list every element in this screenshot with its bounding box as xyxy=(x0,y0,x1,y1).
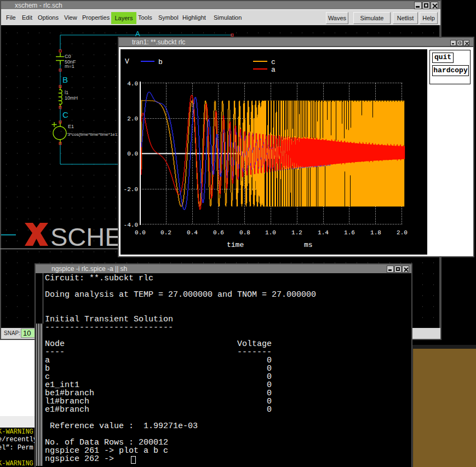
svg-text:4.0: 4.0 xyxy=(127,80,138,87)
svg-text:-2.0: -2.0 xyxy=(124,186,138,193)
svg-text:2.0: 2.0 xyxy=(127,116,138,122)
svg-text:ms: ms xyxy=(304,241,313,249)
svg-text:1.8: 1.8 xyxy=(370,229,381,236)
svg-text:1.4: 1.4 xyxy=(318,229,329,236)
svg-text:0.2: 0.2 xyxy=(160,229,171,236)
svg-text:time: time xyxy=(227,241,244,249)
svg-text:0.8: 0.8 xyxy=(239,229,250,236)
svg-text:1.6: 1.6 xyxy=(344,229,355,236)
svg-text:0.0: 0.0 xyxy=(127,151,138,157)
svg-text:1.2: 1.2 xyxy=(291,229,302,236)
svg-text:0.0: 0.0 xyxy=(135,229,146,236)
svg-text:c: c xyxy=(271,58,276,66)
svg-text:V: V xyxy=(125,57,129,66)
svg-text:1.0: 1.0 xyxy=(265,229,276,236)
svg-text:2.0: 2.0 xyxy=(397,229,408,236)
svg-text:b: b xyxy=(158,58,163,66)
svg-text:0.6: 0.6 xyxy=(213,229,224,236)
svg-text:0.4: 0.4 xyxy=(187,229,198,236)
svg-text:-4.0: -4.0 xyxy=(124,222,138,228)
svg-text:a: a xyxy=(271,66,276,74)
